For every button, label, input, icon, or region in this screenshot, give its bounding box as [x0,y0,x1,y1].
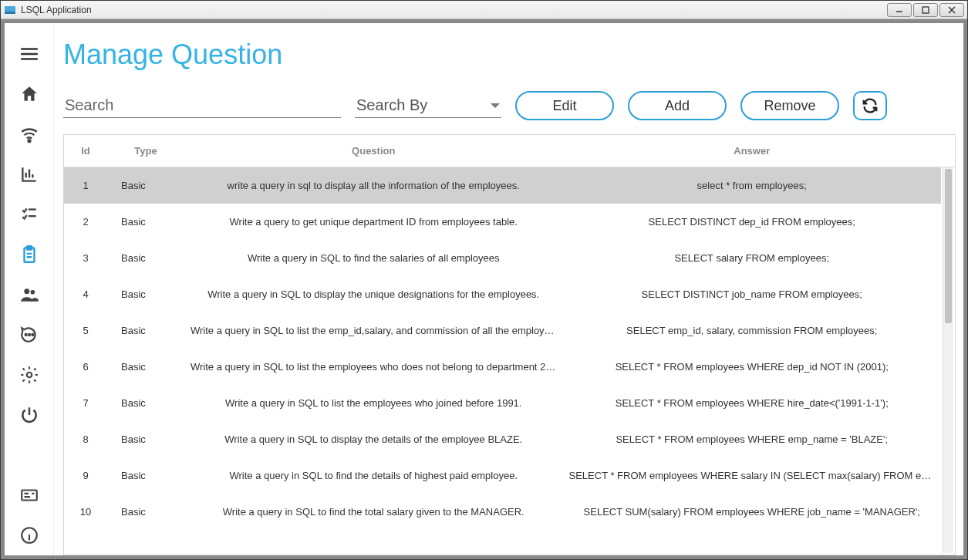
cell-type: Basic [107,288,184,300]
home-icon[interactable] [14,79,45,110]
cell-question: Write a query in SQL to find the details… [184,470,563,481]
vertical-scrollbar[interactable] [943,167,953,553]
svg-rect-1 [5,12,15,14]
titlebar: LSQL Application [1,1,967,19]
maximize-button[interactable] [913,3,938,17]
cell-id: 2 [64,216,107,228]
svg-rect-15 [22,491,37,501]
wifi-icon[interactable] [14,119,45,150]
table-row[interactable]: 9BasicWrite a query in SQL to find the d… [64,457,941,494]
cell-question: Write a query in SQL to display the uniq… [184,288,563,300]
table-header: Id Type Question Answer [64,135,955,167]
sidebar [5,23,54,555]
cell-type: Basic [107,252,184,264]
chevron-down-icon [491,103,500,108]
cell-id: 6 [64,361,107,373]
col-header-id[interactable]: Id [64,145,107,157]
svg-point-13 [32,334,33,336]
col-header-question[interactable]: Question [184,145,563,157]
cell-question: Write a query in SQL to list the employe… [184,397,563,409]
card-icon[interactable] [14,480,45,511]
cell-id: 9 [64,470,107,481]
table-row[interactable]: 1Basicwrite a query in sql to display al… [64,167,941,204]
svg-point-10 [30,290,35,295]
cell-question: Write a query in SQL to list the emp_id,… [184,325,563,336]
search-by-select[interactable]: Search By [355,93,501,118]
menu-icon[interactable] [14,39,45,69]
cell-answer: SELECT SUM(salary) FROM employees WHERE … [563,506,942,518]
remove-button[interactable]: Remove [740,91,839,120]
cell-answer: SELECT DISTINCT dep_id FROM employees; [563,216,942,228]
table-row[interactable]: 2BasicWrite a query to get unique depart… [64,204,941,240]
cell-type: Basic [107,216,184,228]
cell-answer: SELECT * FROM employees WHERE hire_date<… [563,397,942,409]
cell-answer: SELECT DISTINCT job_name FROM employees; [563,288,942,300]
scrollbar-thumb[interactable] [945,169,952,323]
cell-id: 1 [64,180,107,191]
page-title: Manage Question [63,39,956,71]
toolbar: Search By Edit Add Remove [54,91,956,134]
cell-question: Write a query in SQL to list the employe… [184,361,563,373]
refresh-icon [862,97,879,114]
svg-point-12 [28,334,29,336]
svg-point-14 [26,373,32,378]
cell-answer: SELECT * FROM employees WHERE salary IN … [563,470,942,481]
svg-point-11 [25,334,26,336]
cell-type: Basic [107,180,184,191]
cell-answer: SELECT * FROM employees WHERE emp_name =… [563,433,942,445]
cell-id: 8 [64,433,107,445]
cell-answer: SELECT emp_id, salary, commission FROM e… [563,325,942,336]
window-title: LSQL Application [21,5,92,15]
col-header-type[interactable]: Type [107,145,184,157]
cell-question: Write a query in SQL to find the total s… [184,506,563,518]
cell-type: Basic [107,433,184,445]
users-icon[interactable] [14,279,45,310]
power-icon[interactable] [14,400,45,430]
table-row[interactable]: 7BasicWrite a query in SQL to list the e… [64,385,941,421]
cell-type: Basic [107,361,184,373]
cell-id: 10 [64,506,107,518]
svg-point-6 [28,140,30,142]
table-row[interactable]: 6BasicWrite a query in SQL to list the e… [64,349,941,385]
table-row[interactable]: 3BasicWrite a query in SQL to find the s… [64,240,941,276]
clipboard-icon[interactable] [14,239,45,270]
cell-type: Basic [107,506,184,518]
table-row[interactable]: 4BasicWrite a query in SQL to display th… [64,276,941,312]
cell-question: Write a query in SQL to find the salarie… [184,252,563,264]
app-icon [4,4,16,16]
svg-rect-3 [922,7,929,13]
cell-answer: select * from employees; [563,180,942,191]
search-by-label: Search By [356,96,491,114]
cell-answer: SELECT salary FROM employees; [563,252,942,264]
cell-id: 3 [64,252,107,264]
cell-question: Write a query to get unique department I… [184,216,563,228]
chart-icon[interactable] [14,159,45,190]
minimize-button[interactable] [887,3,912,17]
add-button[interactable]: Add [628,91,727,120]
checklist-icon[interactable] [14,199,45,230]
settings-icon[interactable] [14,359,45,390]
cell-question: write a query in sql to display all the … [184,180,563,191]
table-row[interactable]: 5BasicWrite a query in SQL to list the e… [64,312,941,349]
edit-button[interactable]: Edit [515,91,614,120]
question-table: Id Type Question Answer 1Basicwrite a qu… [63,134,956,555]
search-input[interactable] [63,93,341,118]
col-header-answer[interactable]: Answer [563,145,942,157]
svg-point-9 [24,288,29,294]
cell-id: 5 [64,325,107,336]
close-button[interactable] [939,3,964,17]
cell-type: Basic [107,470,184,481]
cell-question: Write a query in SQL to display the deta… [184,433,563,445]
cell-type: Basic [107,397,184,409]
cell-answer: SELECT * FROM employees WHERE dep_id NOT… [563,361,942,373]
svg-rect-8 [26,246,32,249]
chat-icon[interactable] [14,319,45,350]
table-row[interactable]: 10BasicWrite a query in SQL to find the … [64,494,941,530]
cell-id: 4 [64,288,107,300]
info-icon[interactable] [14,520,45,551]
refresh-button[interactable] [853,91,887,120]
cell-type: Basic [107,325,184,336]
table-row[interactable]: 8BasicWrite a query in SQL to display th… [64,421,941,457]
cell-id: 7 [64,397,107,409]
